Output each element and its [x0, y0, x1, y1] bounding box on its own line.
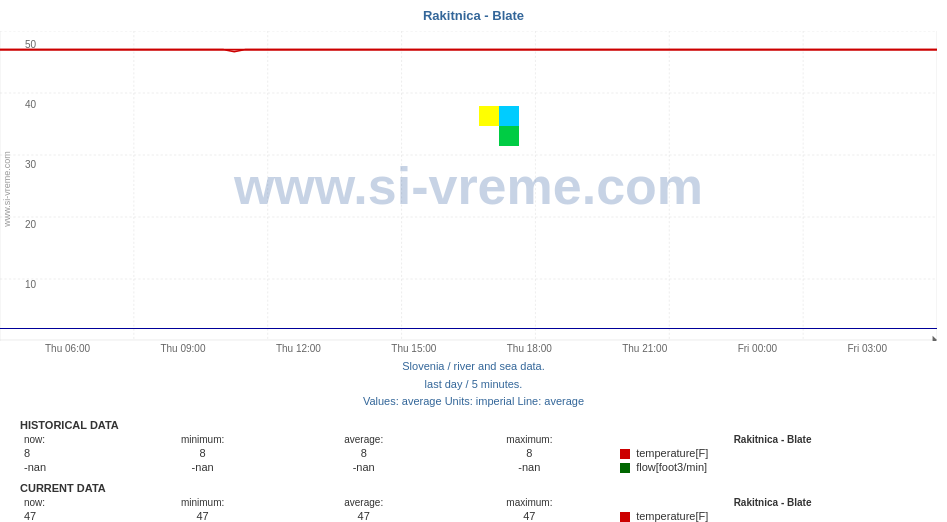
- hist-flow-now: -nan: [20, 460, 118, 474]
- hist-temp-avg: 8: [287, 446, 441, 460]
- current-title: CURRENT DATA: [20, 482, 927, 494]
- hist-h-max: maximum:: [441, 433, 618, 446]
- curr-h-now: now:: [20, 496, 118, 509]
- x-label-0: Thu 06:00: [45, 343, 90, 354]
- x-label-7: Fri 03:00: [847, 343, 886, 354]
- hist-h-now: now:: [20, 433, 118, 446]
- x-label-1: Thu 09:00: [160, 343, 205, 354]
- historical-title: HISTORICAL DATA: [20, 419, 927, 431]
- hist-flow-color-box: [620, 463, 630, 473]
- curr-temp-color-box: [620, 512, 630, 522]
- hist-temp-color-box: [620, 449, 630, 459]
- svg-rect-1: [499, 106, 519, 126]
- curr-h-min: minimum:: [118, 496, 286, 509]
- x-label-4: Thu 18:00: [507, 343, 552, 354]
- subtitle-line1: Slovenia / river and sea data.: [0, 358, 947, 376]
- svg-rect-2: [499, 126, 519, 146]
- current-section: CURRENT DATA now: minimum: average: maxi…: [20, 482, 927, 522]
- hist-flow-min: -nan: [118, 460, 286, 474]
- hist-flow-max: -nan: [441, 460, 618, 474]
- curr-h-max: maximum:: [441, 496, 618, 509]
- current-headers: now: minimum: average: maximum: Rakitnic…: [20, 496, 927, 509]
- hist-h-station: Rakitnica - Blate: [618, 433, 927, 446]
- current-table: now: minimum: average: maximum: Rakitnic…: [20, 496, 927, 522]
- curr-temp-max: 47: [441, 509, 618, 522]
- chart-svg: [0, 31, 937, 341]
- hist-temp-label: temperature[F]: [618, 446, 927, 460]
- x-label-6: Fri 00:00: [738, 343, 777, 354]
- x-label-5: Thu 21:00: [622, 343, 667, 354]
- logo-icon: [479, 106, 519, 146]
- historical-row-flow: -nan -nan -nan -nan flow[foot3/min]: [20, 460, 927, 474]
- hist-temp-min: 8: [118, 446, 286, 460]
- subtitle-line3: Values: average Units: imperial Line: av…: [0, 393, 947, 411]
- hist-h-min: minimum:: [118, 433, 286, 446]
- chart-container: Rakitnica - Blate www.si-vreme.com 50 40…: [0, 0, 947, 522]
- hist-temp-max: 8: [441, 446, 618, 460]
- svg-rect-0: [479, 106, 499, 126]
- historical-section: HISTORICAL DATA now: minimum: average: m…: [20, 419, 927, 474]
- hist-temp-now: 8: [20, 446, 118, 460]
- curr-h-station: Rakitnica - Blate: [618, 496, 927, 509]
- curr-temp-label: temperature[F]: [618, 509, 927, 522]
- x-label-3: Thu 15:00: [391, 343, 436, 354]
- curr-temp-avg: 47: [287, 509, 441, 522]
- x-label-2: Thu 12:00: [276, 343, 321, 354]
- curr-temp-now: 47: [20, 509, 118, 522]
- curr-temp-min: 47: [118, 509, 286, 522]
- historical-headers: now: minimum: average: maximum: Rakitnic…: [20, 433, 927, 446]
- hist-h-avg: average:: [287, 433, 441, 446]
- hist-flow-avg: -nan: [287, 460, 441, 474]
- x-axis-labels: Thu 06:00 Thu 09:00 Thu 12:00 Thu 15:00 …: [45, 343, 887, 354]
- curr-h-avg: average:: [287, 496, 441, 509]
- subtitle-line2: last day / 5 minutes.: [0, 376, 947, 394]
- hist-flow-label: flow[foot3/min]: [618, 460, 927, 474]
- svg-marker-17: [933, 336, 937, 341]
- chart-title: Rakitnica - Blate: [0, 0, 947, 27]
- subtitle-area: Slovenia / river and sea data. last day …: [0, 358, 947, 411]
- historical-table: now: minimum: average: maximum: Rakitnic…: [20, 433, 927, 474]
- historical-row-temp: 8 8 8 8 temperature[F]: [20, 446, 927, 460]
- current-row-temp: 47 47 47 47 temperature[F]: [20, 509, 927, 522]
